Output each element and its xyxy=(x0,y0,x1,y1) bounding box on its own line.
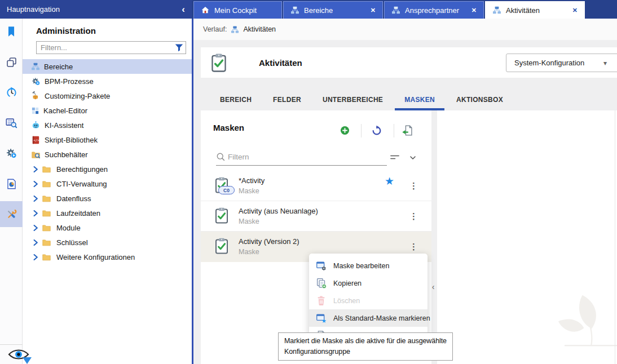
sidebar-folder-label: Module xyxy=(56,224,81,232)
menu-item-als-standard-maske-markieren[interactable]: Als Standard-Maske markieren xyxy=(309,309,428,327)
tab-unterbereiche[interactable]: UNTERBEREICHE xyxy=(312,89,394,110)
menu-item-kopieren[interactable]: Kopieren xyxy=(309,274,428,292)
sidebar-folder-laufzeitdaten[interactable]: Laufzeitdaten xyxy=(23,206,192,220)
rail-search-list-button[interactable] xyxy=(0,110,23,136)
masken-filter-input[interactable] xyxy=(228,150,369,163)
tab-label: UNTERBEREICHE xyxy=(323,96,383,104)
chevron-right-icon xyxy=(32,210,39,217)
tab-felder[interactable]: FELDER xyxy=(262,89,312,110)
sidebar-folder-schluessel[interactable]: Schlüssel xyxy=(23,235,192,250)
add-maske-button[interactable] xyxy=(340,125,350,136)
tooltip: Markiert die Maske als die aktive für di… xyxy=(278,332,453,361)
sidebar-item-label: KI-Assistent xyxy=(45,121,83,130)
svg-text:</>: </> xyxy=(33,138,39,141)
menu-item-maske-bearbeiten[interactable]: Maske bearbeiten xyxy=(309,257,428,274)
folder-icon xyxy=(42,223,51,233)
row-menu-icon[interactable]: ⋮ xyxy=(406,201,421,231)
menu-item-loeschen[interactable]: Löschen xyxy=(309,292,428,309)
config-badge: C0 xyxy=(218,186,235,194)
tab-aktivitaeten[interactable]: Aktivitäten ✕ xyxy=(485,1,585,19)
maske-title: *Activity xyxy=(239,176,265,185)
tab-aktionsbox[interactable]: AKTIONSBOX xyxy=(446,89,514,110)
panel-collapse-icon[interactable]: ‹ xyxy=(430,282,437,291)
sidebar-item-bereiche[interactable]: Bereiche xyxy=(23,59,192,74)
refresh-button[interactable] xyxy=(371,125,382,136)
close-tab-icon[interactable]: ✕ xyxy=(572,7,578,14)
sort-button[interactable] xyxy=(389,152,400,163)
search-icon xyxy=(216,152,226,162)
tab-label: FELDER xyxy=(273,96,301,104)
sidebar-item-suchbehaelter[interactable]: Suchbehälter xyxy=(23,147,192,162)
eye-sync-icon xyxy=(8,347,34,364)
default-star-icon[interactable]: ★ xyxy=(385,175,394,188)
sidebar-item-bpm-prozesse[interactable]: BPM-Prozesse xyxy=(23,74,192,88)
config-group-value: System-Konfiguration xyxy=(514,59,584,67)
add-icon xyxy=(340,125,350,136)
maske-subtitle: Maske xyxy=(239,248,259,256)
windows-stack-icon xyxy=(6,56,17,68)
row-menu-icon[interactable]: ⋮ xyxy=(406,171,421,201)
search-list-icon xyxy=(5,117,17,129)
sidebar-item-label: Skript-Bibliothek xyxy=(45,136,98,144)
tab-bereiche[interactable]: Bereiche ✕ xyxy=(283,1,383,19)
sidebar-item-skript-bibliothek[interactable]: </> Skript-Bibliothek xyxy=(23,132,192,147)
menu-item-label: Als Standard-Maske markieren xyxy=(333,314,430,322)
org-chart-icon xyxy=(31,62,40,71)
sidebar-folder-datenfluss[interactable]: Datenfluss xyxy=(23,191,192,206)
tab-mein-cockpit[interactable]: Mein Cockpit xyxy=(193,1,282,19)
sidebar-item-label: Kachel-Editor xyxy=(43,106,87,115)
rail-admin-tools-button[interactable] xyxy=(0,201,23,227)
sidebar-folder-label: Berechtigungen xyxy=(56,165,108,174)
sidebar-item-label: Suchbehälter xyxy=(45,150,88,159)
sidebar-folder-module[interactable]: Module xyxy=(23,220,192,235)
sidebar-folder-berechtigungen[interactable]: Berechtigungen xyxy=(23,162,192,176)
rail-windows-button[interactable] xyxy=(0,49,23,75)
org-chart-icon xyxy=(290,6,299,15)
nav-panel-header: Hauptnavigation ‹ xyxy=(0,0,192,19)
sidebar-item-customizing-pakete[interactable]: Customizing-Pakete xyxy=(23,88,192,103)
rail-bookmarks-button[interactable] xyxy=(0,19,23,45)
rail-divider xyxy=(0,344,23,345)
sidebar-item-ki-assistent[interactable]: KI-Assistent xyxy=(23,118,192,132)
sidebar-folder-label: Laufzeitdaten xyxy=(56,209,100,217)
close-tab-icon[interactable]: ✕ xyxy=(471,7,477,14)
folder-icon xyxy=(42,208,51,218)
close-tab-icon[interactable]: ✕ xyxy=(371,7,376,14)
chevron-down-icon: ▾ xyxy=(603,59,617,67)
rail-report-button[interactable] xyxy=(0,171,23,197)
tab-masken[interactable]: MASKEN xyxy=(394,89,446,110)
trash-icon xyxy=(316,295,327,306)
masken-list: C0 *Activity Maske ★ ⋮ Activity (aus Neu… xyxy=(201,171,431,262)
sidebar-folder-cti-verwaltung[interactable]: CTI-Verwaltung xyxy=(23,176,192,191)
sidebar-item-kachel-editor[interactable]: Kachel-Editor xyxy=(23,103,192,118)
rail-bpm-button[interactable] xyxy=(0,140,23,166)
preview-eye-icon[interactable] xyxy=(8,347,34,364)
admin-sidebar: Administration Bereiche xyxy=(23,19,193,364)
sidebar-filter-input[interactable] xyxy=(37,43,174,52)
tab-label: Ansprechpartner xyxy=(405,6,459,15)
home-icon xyxy=(201,6,210,15)
maske-subtitle: Maske xyxy=(239,217,259,225)
copy-plus-icon xyxy=(316,278,327,288)
maske-preview-panel xyxy=(437,110,617,364)
maske-row-activity[interactable]: C0 *Activity Maske ★ ⋮ xyxy=(201,171,431,201)
maske-row-activity-neuanlage[interactable]: Activity (aus Neuanlage) Maske ⋮ xyxy=(201,201,431,232)
code-book-icon: </> xyxy=(31,135,41,145)
maske-title: Activity (Version 2) xyxy=(239,237,299,246)
tab-bereich[interactable]: BEREICH xyxy=(209,89,262,110)
import-maske-button[interactable] xyxy=(402,125,413,136)
tab-ansprechpartner[interactable]: Ansprechpartner ✕ xyxy=(384,1,484,19)
sidebar-folder-weitere-konfigurationen[interactable]: Weitere Konfigurationen xyxy=(23,250,192,264)
config-group-dropdown[interactable]: System-Konfiguration ▾ xyxy=(506,54,617,72)
filter-options-button[interactable] xyxy=(408,153,417,162)
rail-history-button[interactable] xyxy=(0,79,23,105)
sidebar-item-label: BPM-Prozesse xyxy=(45,77,94,86)
sidebar-item-label: Bereiche xyxy=(44,63,73,71)
clipboard-check-icon xyxy=(214,237,229,255)
maske-subtitle: Maske xyxy=(239,187,259,195)
collapse-nav-icon[interactable]: ‹ xyxy=(182,5,185,14)
filter-funnel-icon[interactable] xyxy=(174,43,184,52)
breadcrumb-item[interactable]: Aktivitäten xyxy=(243,25,276,33)
app-icon-rail xyxy=(0,19,23,364)
folder-icon xyxy=(42,194,51,203)
